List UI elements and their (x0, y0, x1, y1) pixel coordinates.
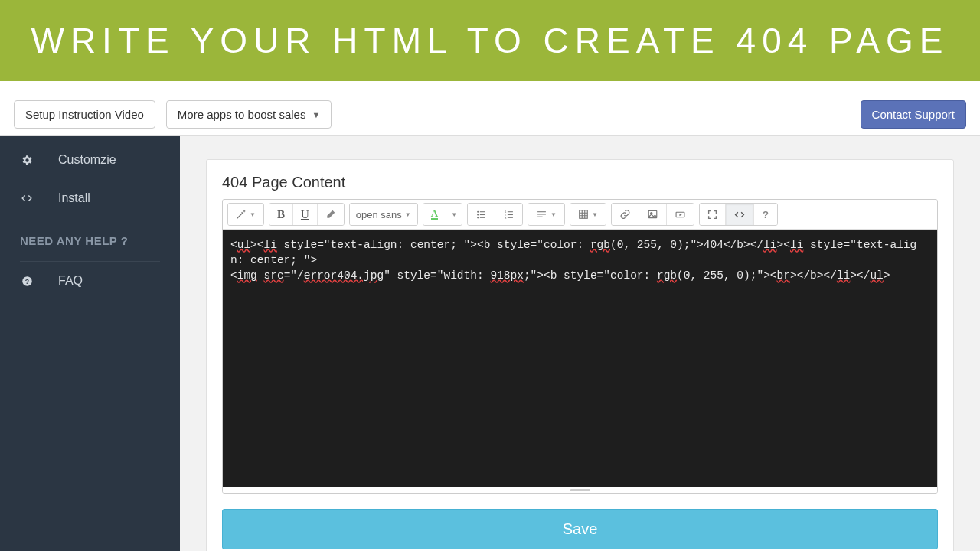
svg-text:3: 3 (505, 215, 507, 219)
banner-title: WRITE YOUR HTML TO CREATE 404 PAGE (31, 20, 949, 61)
link-button[interactable] (612, 204, 639, 225)
resize-handle[interactable] (223, 487, 937, 493)
code-editor[interactable]: <ul><li style="text-align: center; "><b … (223, 230, 937, 487)
setup-video-label: Setup Instruction Video (25, 108, 144, 121)
color-group: A ▼ (423, 203, 462, 226)
svg-rect-14 (537, 211, 546, 212)
svg-point-4 (477, 214, 479, 215)
paragraph-button[interactable]: ▼ (528, 204, 564, 225)
svg-rect-9 (508, 211, 513, 212)
chevron-down-icon: ▼ (312, 110, 320, 119)
sidebar-help-heading: NEED ANY HELP ? (0, 217, 180, 253)
svg-rect-13 (508, 217, 513, 217)
underline-button[interactable]: U (293, 204, 318, 225)
sidebar-item-label: FAQ (58, 274, 83, 288)
svg-rect-15 (537, 214, 546, 214)
editor-toolbar: ▼ B U open sans ▼ (223, 200, 937, 230)
view-group: ? (699, 203, 778, 226)
sidebar-item-customize[interactable]: Customzie (0, 141, 180, 179)
save-button[interactable]: Save (222, 509, 938, 549)
setup-video-button[interactable]: Setup Instruction Video (14, 100, 155, 129)
chevron-down-icon: ▼ (550, 211, 557, 218)
unordered-list-button[interactable] (468, 204, 495, 225)
work-area: Customzie Install NEED ANY HELP ? ? FAQ … (0, 136, 980, 551)
top-toolbar: Setup Instruction Video More apps to boo… (0, 81, 980, 136)
sidebar-item-label: Install (58, 191, 90, 205)
text-color-more[interactable]: ▼ (446, 204, 462, 225)
style-group: ▼ (227, 203, 264, 226)
font-group: open sans ▼ (349, 203, 418, 226)
insert-group (611, 203, 694, 226)
bold-button[interactable]: B (270, 204, 293, 225)
rich-editor: ▼ B U open sans ▼ (222, 199, 938, 494)
panel-title: 404 Page Content (222, 174, 938, 191)
code-icon (20, 193, 34, 204)
main-area: 404 Page Content ▼ B U (180, 136, 980, 551)
svg-rect-5 (480, 214, 485, 214)
svg-rect-3 (480, 211, 485, 212)
chevron-down-icon: ▼ (592, 211, 598, 218)
page-banner: WRITE YOUR HTML TO CREATE 404 PAGE (0, 0, 980, 81)
svg-rect-16 (537, 216, 543, 217)
text-color-button[interactable]: A (423, 204, 446, 225)
svg-text:?: ? (24, 277, 28, 285)
svg-rect-22 (648, 210, 657, 217)
font-family-label: open sans (356, 209, 402, 220)
font-family-dropdown[interactable]: open sans ▼ (350, 204, 417, 225)
video-button[interactable] (667, 204, 694, 225)
image-button[interactable] (639, 204, 667, 225)
chevron-down-icon: ▼ (250, 211, 256, 218)
editor-panel: 404 Page Content ▼ B U (206, 159, 954, 551)
svg-marker-25 (679, 213, 681, 215)
eraser-button[interactable] (318, 204, 344, 225)
contact-support-button[interactable]: Contact Support (861, 100, 966, 129)
more-apps-dropdown[interactable]: More apps to boost sales ▼ (166, 100, 332, 129)
svg-rect-17 (580, 210, 588, 219)
chevron-down-icon: ▼ (451, 211, 457, 218)
question-icon: ? (20, 276, 34, 287)
more-apps-label: More apps to boost sales (178, 108, 306, 121)
table-group: ▼ (570, 203, 606, 226)
svg-rect-11 (508, 214, 513, 214)
sidebar: Customzie Install NEED ANY HELP ? ? FAQ (0, 136, 180, 551)
svg-point-2 (477, 210, 479, 212)
help-button[interactable]: ? (754, 204, 777, 225)
magic-style-button[interactable]: ▼ (228, 204, 263, 225)
paragraph-group: ▼ (528, 203, 565, 226)
fullscreen-button[interactable] (700, 204, 726, 225)
codeview-button[interactable] (726, 204, 754, 225)
contact-support-label: Contact Support (872, 108, 955, 121)
chevron-down-icon: ▼ (405, 211, 411, 218)
sidebar-item-faq[interactable]: ? FAQ (0, 262, 180, 300)
ordered-list-button[interactable]: 123 (495, 204, 522, 225)
format-group: B U (269, 203, 345, 226)
table-button[interactable]: ▼ (570, 204, 606, 225)
sidebar-item-label: Customzie (58, 153, 116, 167)
sidebar-item-install[interactable]: Install (0, 179, 180, 217)
svg-point-6 (477, 217, 479, 218)
save-label: Save (563, 520, 598, 537)
svg-rect-7 (480, 217, 485, 217)
gear-icon (20, 155, 34, 166)
list-group: 123 (467, 203, 523, 226)
